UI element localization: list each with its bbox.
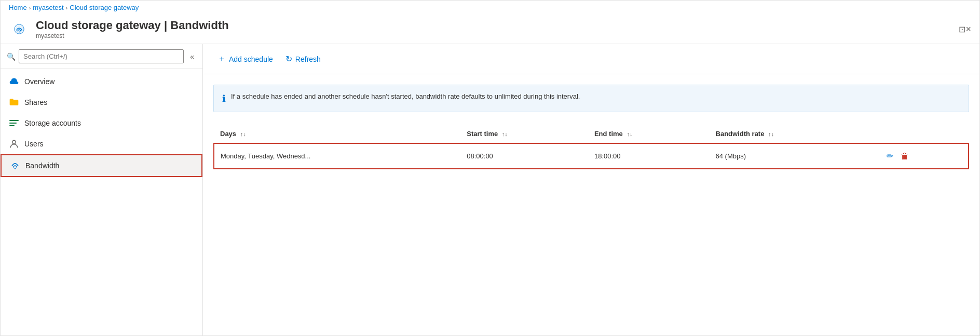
page-subtitle: myasetest	[36, 32, 952, 39]
folder-icon	[9, 97, 19, 107]
column-header-bandwidth-rate[interactable]: Bandwidth rate ↑↓	[710, 125, 879, 143]
sidebar-item-label-shares: Shares	[24, 98, 47, 106]
column-header-start-time[interactable]: Start time ↑↓	[460, 125, 588, 143]
cell-bandwidth-rate: 64 (Mbps)	[710, 143, 879, 169]
sidebar-item-label-storage: Storage accounts	[24, 119, 81, 127]
refresh-button[interactable]: ↻ Refresh	[281, 51, 325, 67]
sidebar-item-storage-accounts[interactable]: Storage accounts	[1, 113, 202, 133]
content-body: ℹ If a schedule has ended and another sc…	[203, 74, 979, 180]
content-area: ＋ Add schedule ↻ Refresh ℹ If a schedule…	[203, 44, 979, 335]
svg-point-3	[15, 168, 16, 169]
cloud-storage-gateway-icon	[14, 24, 24, 34]
table-header-row: Days ↑↓ Start time ↑↓ End time ↑↓	[214, 125, 969, 143]
cell-start-time: 08:00:00	[460, 143, 588, 169]
breadcrumb-sep-2: ›	[66, 5, 68, 11]
sidebar-item-label-users: Users	[24, 140, 44, 148]
delete-button[interactable]: 🗑	[900, 151, 910, 162]
search-input[interactable]	[19, 49, 184, 63]
print-icon[interactable]: ⊡	[959, 24, 965, 34]
page-title: Cloud storage gateway | Bandwidth	[36, 19, 952, 32]
bandwidth-table: Days ↑↓ Start time ↑↓ End time ↑↓	[213, 125, 969, 169]
sidebar-item-label-bandwidth: Bandwidth	[25, 162, 59, 170]
sidebar-item-label-overview: Overview	[24, 77, 55, 86]
sidebar: 🔍 « Overview	[1, 44, 203, 335]
page-header: Cloud storage gateway | Bandwidth myaset…	[1, 15, 979, 44]
breadcrumb: Home › myasetest › Cloud storage gateway	[1, 1, 979, 15]
cell-end-time: 18:00:00	[588, 143, 710, 169]
sort-icon-bandwidth-rate: ↑↓	[768, 131, 774, 137]
sidebar-search-container: 🔍 «	[1, 44, 202, 69]
column-header-days[interactable]: Days ↑↓	[214, 125, 460, 143]
column-header-actions	[879, 125, 969, 143]
close-button[interactable]: ×	[965, 24, 971, 35]
wifi-icon	[10, 160, 20, 171]
sidebar-item-overview[interactable]: Overview	[1, 71, 202, 92]
info-banner: ℹ If a schedule has ended and another sc…	[213, 85, 969, 112]
info-banner-text: If a schedule has ended and another sche…	[231, 92, 580, 100]
breadcrumb-current: Cloud storage gateway	[70, 4, 139, 11]
sort-icon-days: ↑↓	[240, 131, 246, 137]
info-icon: ℹ	[222, 93, 226, 104]
sidebar-item-users[interactable]: Users	[1, 133, 202, 154]
header-icon	[9, 19, 30, 39]
sidebar-item-bandwidth[interactable]: Bandwidth	[1, 154, 202, 177]
refresh-icon: ↻	[285, 54, 292, 64]
header-title-block: Cloud storage gateway | Bandwidth myaset…	[36, 19, 952, 39]
toolbar: ＋ Add schedule ↻ Refresh	[203, 44, 979, 74]
cell-days: Monday, Tuesday, Wednesd...	[214, 143, 460, 169]
svg-point-2	[12, 140, 16, 144]
action-icons: ✏ 🗑	[886, 150, 962, 162]
cloud-icon	[9, 76, 19, 87]
table-row: Monday, Tuesday, Wednesd... 08:00:00 18:…	[214, 143, 969, 169]
plus-icon: ＋	[217, 53, 226, 64]
sidebar-navigation: Overview Shares	[1, 69, 202, 179]
svg-point-1	[19, 31, 20, 32]
sidebar-collapse-button[interactable]: «	[188, 50, 196, 63]
cell-actions: ✏ 🗑	[879, 143, 969, 169]
sort-icon-end-time: ↑↓	[627, 131, 632, 137]
breadcrumb-sep-1: ›	[29, 5, 31, 11]
sort-icon-start-time: ↑↓	[502, 131, 508, 137]
column-header-end-time[interactable]: End time ↑↓	[588, 125, 710, 143]
breadcrumb-home[interactable]: Home	[9, 4, 27, 11]
breadcrumb-myasetest[interactable]: myasetest	[33, 4, 63, 11]
sidebar-item-shares[interactable]: Shares	[1, 92, 202, 113]
search-icon: 🔍	[7, 52, 16, 61]
main-layout: 🔍 « Overview	[1, 44, 979, 335]
edit-button[interactable]: ✏	[886, 150, 894, 162]
add-schedule-button[interactable]: ＋ Add schedule	[213, 50, 277, 68]
user-icon	[9, 139, 19, 149]
storage-icon	[9, 118, 19, 128]
